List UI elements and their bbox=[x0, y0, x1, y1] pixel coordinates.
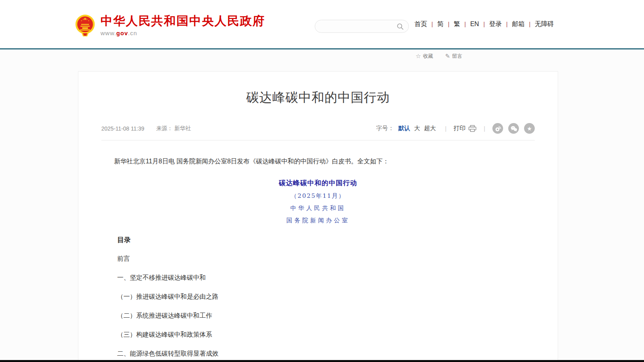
font-size-large-button[interactable]: 大 bbox=[414, 125, 420, 132]
share-group: ★ bbox=[492, 123, 535, 134]
article-meta-right: 字号： 默认 大 超大 | 打印 | bbox=[376, 123, 535, 134]
nav-separator: | bbox=[464, 21, 466, 27]
star-icon: ☆ bbox=[416, 53, 421, 60]
nav-accessibility[interactable]: 无障碍 bbox=[534, 20, 555, 28]
printer-icon bbox=[468, 125, 477, 132]
toc-item: 一、坚定不移推进碳达峰碳中和 bbox=[117, 274, 535, 282]
search-icon[interactable] bbox=[397, 23, 404, 30]
source-label: 来源： bbox=[156, 125, 173, 132]
meta-separator: | bbox=[484, 125, 485, 132]
article-card: 碳达峰碳中和的中国行动 2025-11-08 11:39 来源： 新华社 字号：… bbox=[78, 71, 558, 360]
meta-separator: | bbox=[445, 125, 446, 132]
nav-separator: | bbox=[431, 21, 433, 27]
document-title: 碳达峰碳中和的中国行动 bbox=[101, 178, 535, 188]
document-author-line2: 国务院新闻办公室 bbox=[101, 217, 535, 224]
nav-login[interactable]: 登录 bbox=[488, 20, 503, 28]
nav-english[interactable]: EN bbox=[469, 21, 480, 28]
article-meta-left: 2025-11-08 11:39 来源： 新华社 bbox=[101, 125, 191, 132]
nav-traditional[interactable]: 繁 bbox=[453, 20, 461, 28]
national-emblem-icon bbox=[74, 14, 96, 37]
document-date: （2025年11月） bbox=[101, 192, 535, 200]
toc-heading: 目录 bbox=[117, 235, 535, 244]
source-block: 来源： 新华社 bbox=[156, 125, 191, 132]
article-meta-row: 2025-11-08 11:39 来源： 新华社 字号： 默认 大 超大 | 打… bbox=[101, 123, 535, 134]
bottom-edge-bar bbox=[0, 360, 644, 362]
nav-separator: | bbox=[506, 21, 508, 27]
favorite-button[interactable]: ☆ 收藏 bbox=[416, 53, 433, 60]
page-area: ☆ 收藏 ✎ 留言 碳达峰碳中和的中国行动 2025-11-08 11:39 来… bbox=[0, 49, 644, 360]
share-wechat-button[interactable] bbox=[508, 123, 519, 134]
source-value: 新华社 bbox=[174, 125, 191, 132]
message-label: 留言 bbox=[452, 53, 462, 60]
share-star-icon: ★ bbox=[527, 126, 532, 131]
font-size-xlarge-button[interactable]: 超大 bbox=[424, 125, 436, 132]
toc-item: （二）系统推进碳达峰碳中和工作 bbox=[117, 312, 535, 320]
lead-paragraph: 新华社北京11月8日电 国务院新闻办公室8日发布《碳达峰碳中和的中国行动》白皮书… bbox=[101, 156, 535, 167]
toc-item: （三）构建碳达峰碳中和政策体系 bbox=[117, 331, 535, 339]
print-button[interactable]: 打印 bbox=[454, 125, 477, 132]
table-of-contents: 目录 前言 一、坚定不移推进碳达峰碳中和 （一）推进碳达峰碳中和是必由之路 （二… bbox=[101, 235, 535, 360]
search-box bbox=[315, 20, 409, 33]
pen-icon: ✎ bbox=[445, 53, 450, 60]
top-nav: 首页 | 简 | 繁 | EN | 登录 | 邮箱 | 无障碍 bbox=[414, 0, 555, 48]
search-input[interactable] bbox=[320, 23, 397, 30]
toc-item: 前言 bbox=[117, 255, 535, 263]
nav-separator: | bbox=[448, 21, 450, 27]
toc-item: 二、能源绿色低碳转型取得显著成效 bbox=[117, 350, 535, 358]
url-domain: gov bbox=[116, 30, 128, 36]
share-weibo-button[interactable] bbox=[492, 123, 503, 134]
publish-date: 2025-11-08 11:39 bbox=[101, 125, 144, 132]
site-header: 中华人民共和国中央人民政府 www.gov.cn 首页 | 简 | 繁 | EN… bbox=[0, 0, 644, 48]
font-size-default-button[interactable]: 默认 bbox=[398, 125, 410, 132]
wechat-icon bbox=[510, 125, 518, 133]
font-size-label: 字号： bbox=[376, 125, 394, 132]
nav-home[interactable]: 首页 bbox=[414, 20, 428, 28]
document-author-line1: 中华人民共和国 bbox=[101, 205, 535, 212]
nav-simplified[interactable]: 简 bbox=[437, 20, 445, 28]
document-heading-block: 碳达峰碳中和的中国行动 （2025年11月） 中华人民共和国 国务院新闻办公室 bbox=[101, 178, 535, 224]
nav-separator: | bbox=[483, 21, 485, 27]
site-url: www.gov.cn bbox=[101, 30, 265, 36]
article-title: 碳达峰碳中和的中国行动 bbox=[101, 89, 535, 106]
site-title: 中华人民共和国中央人民政府 bbox=[101, 14, 265, 28]
message-button[interactable]: ✎ 留言 bbox=[445, 53, 462, 60]
nav-mailbox[interactable]: 邮箱 bbox=[511, 20, 525, 28]
gov-logo[interactable]: 中华人民共和国中央人民政府 www.gov.cn bbox=[74, 14, 265, 37]
print-label: 打印 bbox=[454, 125, 465, 132]
share-more-button[interactable]: ★ bbox=[524, 123, 535, 134]
url-prefix: www. bbox=[101, 30, 116, 36]
toc-item: （一）推进碳达峰碳中和是必由之路 bbox=[117, 293, 535, 301]
weibo-icon bbox=[494, 125, 502, 133]
url-suffix: .cn bbox=[128, 30, 137, 36]
favorite-label: 收藏 bbox=[423, 53, 433, 60]
meta-divider-line bbox=[101, 140, 535, 140]
article-action-bar: ☆ 收藏 ✎ 留言 bbox=[416, 53, 462, 60]
nav-separator: | bbox=[529, 21, 530, 27]
logo-text-block: 中华人民共和国中央人民政府 www.gov.cn bbox=[101, 14, 265, 36]
